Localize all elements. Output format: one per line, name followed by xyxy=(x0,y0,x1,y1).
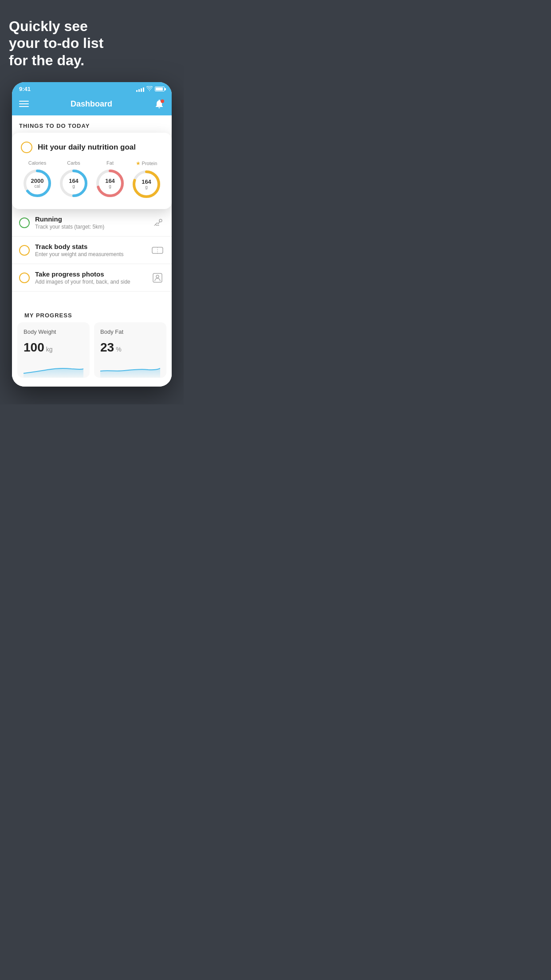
body-fat-title: Body Fat xyxy=(100,328,160,335)
body-fat-chart xyxy=(100,360,160,378)
header-title: Dashboard xyxy=(71,99,112,109)
svg-rect-10 xyxy=(152,247,163,253)
calories-value: 2000 xyxy=(31,178,44,184)
running-name: Running xyxy=(35,215,145,223)
body-stats-checkbox[interactable] xyxy=(19,245,30,256)
body-weight-title: Body Weight xyxy=(24,328,83,335)
svg-point-13 xyxy=(156,275,159,278)
things-to-do-label: THINGS TO DO TODAY xyxy=(12,115,172,133)
carbs-donut: 164 g xyxy=(58,167,90,199)
protein-unit: g xyxy=(142,185,151,190)
body-stats-name: Track body stats xyxy=(35,243,145,250)
headline: Quickly seeyour to-do listfor the day. xyxy=(9,18,175,69)
calories-label: Calories xyxy=(28,160,46,166)
status-time: 9:41 xyxy=(19,86,31,92)
popup-header: Hit your daily nutrition goal xyxy=(21,142,163,153)
body-fat-value: 23 xyxy=(100,340,114,355)
body-stats-sub: Enter your weight and measurements xyxy=(35,251,145,257)
carbs-unit: g xyxy=(69,184,79,189)
running-text: Running Track your stats (target: 5km) xyxy=(35,215,145,230)
body-weight-value-row: 100 kg xyxy=(24,340,83,355)
body-stats-text: Track body stats Enter your weight and m… xyxy=(35,243,145,257)
running-sub: Track your stats (target: 5km) xyxy=(35,224,145,230)
todo-item-photos[interactable]: Take progress photos Add images of your … xyxy=(12,264,172,292)
fat-unit: g xyxy=(105,184,115,189)
fat-donut: 164 g xyxy=(94,167,126,199)
progress-label: MY PROGRESS xyxy=(17,305,166,322)
protein-donut: 164 g xyxy=(130,168,162,200)
app-header: Dashboard xyxy=(12,94,172,115)
photos-checkbox[interactable] xyxy=(19,273,30,283)
calories-unit: cal xyxy=(31,184,44,189)
todo-item-running[interactable]: Running Track your stats (target: 5km) xyxy=(12,209,172,237)
carbs-item: Carbs 164 g xyxy=(58,160,90,200)
body-fat-card: Body Fat 23 % xyxy=(94,322,166,378)
todo-item-body-stats[interactable]: Track body stats Enter your weight and m… xyxy=(12,237,172,264)
menu-icon[interactable] xyxy=(19,101,29,107)
battery-icon xyxy=(155,87,165,91)
phone-content: THINGS TO DO TODAY Hit your daily nutrit… xyxy=(12,115,172,387)
fat-label: Fat xyxy=(106,160,114,166)
nutrition-row: Calories 2000 cal xyxy=(21,160,163,200)
status-icons xyxy=(136,86,165,92)
scale-icon xyxy=(150,243,165,257)
body-weight-value: 100 xyxy=(24,340,44,355)
todo-list: Running Track your stats (target: 5km) xyxy=(12,209,172,292)
signal-icon xyxy=(136,87,144,92)
fat-item: Fat 164 g xyxy=(94,160,126,200)
progress-cards: Body Weight 100 kg xyxy=(17,322,166,378)
fat-value: 164 xyxy=(105,178,115,184)
photos-text: Take progress photos Add images of your … xyxy=(35,270,145,285)
svg-point-0 xyxy=(161,99,164,103)
nutrition-checkbox[interactable] xyxy=(21,142,32,153)
nutrition-card: Hit your daily nutrition goal Calories xyxy=(12,133,172,209)
progress-section: MY PROGRESS Body Weight 100 kg xyxy=(12,305,172,387)
outer-background: Quickly seeyour to-do listfor the day. 9… xyxy=(0,0,184,404)
protein-label: ★ Protein xyxy=(136,160,157,166)
popup-title: Hit your daily nutrition goal xyxy=(38,143,136,152)
person-icon xyxy=(150,271,165,285)
carbs-value: 164 xyxy=(69,178,79,184)
protein-value: 164 xyxy=(142,179,151,185)
running-icon xyxy=(150,216,165,230)
body-weight-unit: kg xyxy=(46,346,53,353)
protein-item: ★ Protein 164 g xyxy=(130,160,162,200)
phone-frame: 9:41 xyxy=(12,82,172,387)
star-icon: ★ xyxy=(136,160,141,166)
wifi-icon xyxy=(146,86,153,92)
body-fat-unit: % xyxy=(116,346,121,353)
body-weight-card: Body Weight 100 kg xyxy=(17,322,90,378)
calories-donut: 2000 cal xyxy=(21,167,53,199)
carbs-label: Carbs xyxy=(67,160,80,166)
photos-sub: Add images of your front, back, and side xyxy=(35,279,145,285)
body-fat-value-row: 23 % xyxy=(100,340,160,355)
running-checkbox[interactable] xyxy=(19,217,30,228)
spacer xyxy=(12,292,172,305)
photos-name: Take progress photos xyxy=(35,270,145,278)
notification-bell-icon[interactable] xyxy=(154,99,165,109)
body-weight-chart xyxy=(24,360,83,378)
status-bar: 9:41 xyxy=(12,82,172,94)
calories-item: Calories 2000 cal xyxy=(21,160,53,200)
